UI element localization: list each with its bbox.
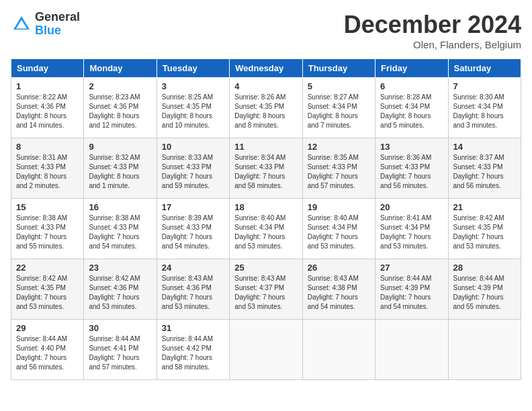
day-info: Sunrise: 8:42 AM Sunset: 4:36 PM Dayligh…: [89, 274, 151, 312]
day-number: 13: [380, 142, 443, 152]
calendar-cell: 21Sunrise: 8:42 AM Sunset: 4:35 PM Dayli…: [448, 199, 521, 259]
day-info: Sunrise: 8:43 AM Sunset: 4:38 PM Dayligh…: [308, 274, 370, 312]
logo-blue: Blue: [35, 24, 80, 38]
calendar-cell: 20Sunrise: 8:41 AM Sunset: 4:34 PM Dayli…: [375, 199, 448, 259]
title-block: December 2024 Olen, Flanders, Belgium: [344, 11, 521, 50]
col-thursday: Thursday: [302, 59, 375, 78]
calendar-cell: 9Sunrise: 8:32 AM Sunset: 4:33 PM Daylig…: [84, 138, 157, 199]
col-friday: Friday: [375, 59, 448, 78]
calendar-cell: [448, 320, 521, 380]
day-info: Sunrise: 8:38 AM Sunset: 4:33 PM Dayligh…: [16, 214, 79, 251]
calendar-cell: [230, 320, 302, 380]
logo-general: General: [35, 11, 80, 24]
day-number: 30: [89, 323, 151, 333]
calendar-cell: [302, 320, 375, 380]
calendar-cell: 30Sunrise: 8:44 AM Sunset: 4:41 PM Dayli…: [84, 320, 157, 380]
day-info: Sunrise: 8:32 AM Sunset: 4:33 PM Dayligh…: [89, 153, 151, 191]
day-number: 27: [380, 263, 443, 273]
month-title: December 2024: [344, 11, 521, 39]
day-number: 14: [453, 142, 516, 152]
day-number: 23: [89, 263, 151, 273]
day-info: Sunrise: 8:44 AM Sunset: 4:39 PM Dayligh…: [380, 274, 443, 312]
day-number: 16: [89, 202, 151, 212]
day-info: Sunrise: 8:39 AM Sunset: 4:33 PM Dayligh…: [162, 214, 224, 251]
calendar-cell: 22Sunrise: 8:42 AM Sunset: 4:35 PM Dayli…: [11, 259, 84, 320]
day-number: 29: [16, 323, 79, 333]
calendar-cell: 16Sunrise: 8:38 AM Sunset: 4:33 PM Dayli…: [84, 199, 157, 259]
day-number: 3: [162, 81, 224, 91]
day-number: 28: [453, 263, 516, 273]
calendar-cell: 5Sunrise: 8:27 AM Sunset: 4:34 PM Daylig…: [302, 78, 375, 138]
day-info: Sunrise: 8:43 AM Sunset: 4:37 PM Dayligh…: [234, 274, 297, 312]
calendar-cell: 25Sunrise: 8:43 AM Sunset: 4:37 PM Dayli…: [230, 259, 302, 320]
col-saturday: Saturday: [448, 59, 521, 78]
location: Olen, Flanders, Belgium: [344, 39, 521, 50]
day-info: Sunrise: 8:25 AM Sunset: 4:35 PM Dayligh…: [162, 93, 224, 130]
calendar-cell: 7Sunrise: 8:30 AM Sunset: 4:34 PM Daylig…: [448, 78, 521, 138]
calendar-cell: 23Sunrise: 8:42 AM Sunset: 4:36 PM Dayli…: [84, 259, 157, 320]
day-info: Sunrise: 8:36 AM Sunset: 4:33 PM Dayligh…: [380, 153, 443, 191]
day-number: 8: [16, 142, 79, 152]
day-info: Sunrise: 8:33 AM Sunset: 4:33 PM Dayligh…: [162, 153, 224, 191]
day-info: Sunrise: 8:27 AM Sunset: 4:34 PM Dayligh…: [308, 93, 370, 130]
day-info: Sunrise: 8:42 AM Sunset: 4:35 PM Dayligh…: [453, 214, 516, 251]
logo-icon: [11, 13, 32, 35]
calendar-cell: 12Sunrise: 8:35 AM Sunset: 4:33 PM Dayli…: [302, 138, 375, 199]
calendar-week-3: 15Sunrise: 8:38 AM Sunset: 4:33 PM Dayli…: [11, 199, 521, 259]
day-info: Sunrise: 8:44 AM Sunset: 4:41 PM Dayligh…: [89, 334, 151, 372]
day-number: 19: [308, 202, 370, 212]
calendar-cell: 17Sunrise: 8:39 AM Sunset: 4:33 PM Dayli…: [157, 199, 229, 259]
calendar-cell: 10Sunrise: 8:33 AM Sunset: 4:33 PM Dayli…: [157, 138, 229, 199]
calendar-cell: 11Sunrise: 8:34 AM Sunset: 4:33 PM Dayli…: [230, 138, 302, 199]
day-number: 22: [16, 263, 79, 273]
calendar-cell: 27Sunrise: 8:44 AM Sunset: 4:39 PM Dayli…: [375, 259, 448, 320]
logo-text: General Blue: [35, 11, 80, 38]
day-info: Sunrise: 8:38 AM Sunset: 4:33 PM Dayligh…: [89, 214, 151, 251]
day-number: 9: [89, 142, 151, 152]
day-info: Sunrise: 8:23 AM Sunset: 4:36 PM Dayligh…: [89, 93, 151, 130]
day-info: Sunrise: 8:37 AM Sunset: 4:33 PM Dayligh…: [453, 153, 516, 191]
day-number: 26: [308, 263, 370, 273]
day-info: Sunrise: 8:44 AM Sunset: 4:42 PM Dayligh…: [162, 334, 224, 372]
day-info: Sunrise: 8:42 AM Sunset: 4:35 PM Dayligh…: [16, 274, 79, 312]
day-info: Sunrise: 8:40 AM Sunset: 4:34 PM Dayligh…: [234, 214, 297, 251]
calendar-cell: 8Sunrise: 8:31 AM Sunset: 4:33 PM Daylig…: [11, 138, 84, 199]
day-info: Sunrise: 8:43 AM Sunset: 4:36 PM Dayligh…: [162, 274, 224, 312]
calendar-cell: 15Sunrise: 8:38 AM Sunset: 4:33 PM Dayli…: [11, 199, 84, 259]
day-number: 25: [234, 263, 297, 273]
day-number: 31: [162, 323, 224, 333]
day-number: 11: [234, 142, 297, 152]
day-number: 5: [308, 81, 370, 91]
day-number: 6: [380, 81, 443, 91]
calendar-week-1: 1Sunrise: 8:22 AM Sunset: 4:36 PM Daylig…: [11, 78, 521, 138]
logo: General Blue: [11, 11, 80, 38]
page-header: General Blue December 2024 Olen, Flander…: [11, 11, 521, 50]
calendar-cell: [375, 320, 448, 380]
calendar-cell: 28Sunrise: 8:44 AM Sunset: 4:39 PM Dayli…: [448, 259, 521, 320]
day-info: Sunrise: 8:40 AM Sunset: 4:34 PM Dayligh…: [308, 214, 370, 251]
day-info: Sunrise: 8:28 AM Sunset: 4:34 PM Dayligh…: [380, 93, 443, 130]
calendar-cell: 1Sunrise: 8:22 AM Sunset: 4:36 PM Daylig…: [11, 78, 84, 138]
col-monday: Monday: [84, 59, 157, 78]
calendar-header-row: Sunday Monday Tuesday Wednesday Thursday…: [11, 59, 521, 78]
calendar-cell: 31Sunrise: 8:44 AM Sunset: 4:42 PM Dayli…: [157, 320, 229, 380]
calendar-cell: 18Sunrise: 8:40 AM Sunset: 4:34 PM Dayli…: [230, 199, 302, 259]
calendar-cell: 3Sunrise: 8:25 AM Sunset: 4:35 PM Daylig…: [157, 78, 229, 138]
day-info: Sunrise: 8:31 AM Sunset: 4:33 PM Dayligh…: [16, 153, 79, 191]
col-sunday: Sunday: [11, 59, 84, 78]
day-info: Sunrise: 8:26 AM Sunset: 4:35 PM Dayligh…: [234, 93, 297, 130]
calendar-cell: 2Sunrise: 8:23 AM Sunset: 4:36 PM Daylig…: [84, 78, 157, 138]
calendar-week-4: 22Sunrise: 8:42 AM Sunset: 4:35 PM Dayli…: [11, 259, 521, 320]
day-number: 15: [16, 202, 79, 212]
day-number: 17: [162, 202, 224, 212]
day-info: Sunrise: 8:30 AM Sunset: 4:34 PM Dayligh…: [453, 93, 516, 130]
calendar-cell: 4Sunrise: 8:26 AM Sunset: 4:35 PM Daylig…: [230, 78, 302, 138]
calendar-cell: 14Sunrise: 8:37 AM Sunset: 4:33 PM Dayli…: [448, 138, 521, 199]
day-number: 18: [234, 202, 297, 212]
day-info: Sunrise: 8:44 AM Sunset: 4:40 PM Dayligh…: [16, 334, 79, 372]
day-number: 7: [453, 81, 516, 91]
day-number: 2: [89, 81, 151, 91]
day-info: Sunrise: 8:35 AM Sunset: 4:33 PM Dayligh…: [308, 153, 370, 191]
calendar-table: Sunday Monday Tuesday Wednesday Thursday…: [11, 58, 521, 380]
day-info: Sunrise: 8:41 AM Sunset: 4:34 PM Dayligh…: [380, 214, 443, 251]
